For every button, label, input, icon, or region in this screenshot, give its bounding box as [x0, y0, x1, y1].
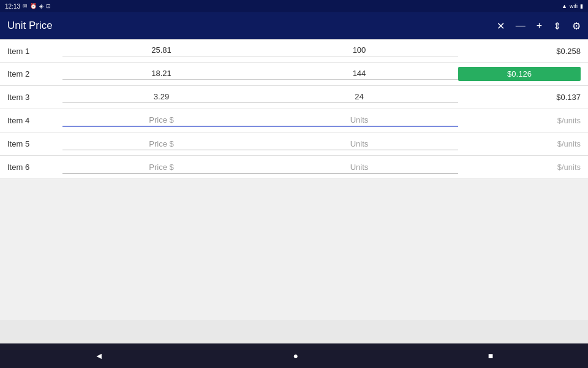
table-row[interactable]: Item 6$/units [0, 156, 588, 179]
add-icon[interactable]: + [537, 20, 542, 31]
result-value: $0.258 [556, 47, 581, 56]
units-cell: 24 [260, 92, 458, 103]
screen-icon: ⊡ [46, 3, 51, 9]
units-cell[interactable] [260, 114, 458, 127]
alarm-icon: ⏰ [30, 3, 37, 9]
result-cell: $/units [458, 139, 581, 148]
units-input[interactable] [260, 161, 458, 174]
price-cell[interactable] [62, 114, 260, 127]
table-row[interactable]: Item 4$/units [0, 109, 588, 132]
signal-icon: ▲ [562, 3, 567, 9]
units-input[interactable] [260, 138, 458, 150]
result-cell: $0.126 [458, 67, 581, 81]
location-icon: ◈ [39, 3, 43, 9]
price-input[interactable] [62, 114, 260, 127]
units-cell: 144 [260, 69, 458, 80]
settings-icon[interactable]: ⚙ [572, 20, 581, 32]
battery-icon: ▮ [580, 3, 583, 9]
close-icon[interactable]: ✕ [497, 20, 505, 32]
units-value: 100 [260, 45, 458, 55]
price-cell[interactable] [62, 161, 260, 174]
highlighted-result-badge: $0.126 [458, 67, 581, 81]
title-bar: Unit Price ✕ — + ⇕ ⚙ [0, 12, 588, 39]
result-value: $0.137 [556, 93, 581, 102]
recent-button[interactable]: ■ [488, 351, 493, 361]
price-cell[interactable] [62, 138, 260, 150]
status-bar: 12:13 ✉ ⏰ ◈ ⊡ ▲ wifi ▮ [0, 0, 588, 12]
units-cell[interactable] [260, 138, 458, 150]
units-cell: 100 [260, 45, 458, 56]
table-row: Item 33.2924$0.137 [0, 86, 588, 109]
item-label: Item 2 [7, 69, 62, 79]
price-input[interactable] [62, 161, 260, 174]
result-cell: $/units [458, 163, 581, 172]
msg-icon: ✉ [23, 3, 28, 9]
price-input[interactable] [62, 138, 260, 150]
result-cell: $0.258 [458, 47, 581, 56]
result-placeholder: $/units [557, 139, 581, 148]
item-label: Item 4 [7, 116, 62, 125]
price-cell: 3.29 [62, 92, 260, 103]
minimize-icon[interactable]: — [516, 20, 526, 31]
bottom-navigation: ◄ ● ■ [0, 343, 588, 368]
item-label: Item 5 [7, 139, 62, 148]
units-value: 144 [260, 69, 458, 78]
status-time: 12:13 [5, 3, 20, 10]
title-bar-icons: ✕ — + ⇕ ⚙ [497, 20, 581, 32]
item-label: Item 3 [7, 93, 62, 102]
units-value: 24 [260, 92, 458, 101]
result-placeholder: $/units [557, 116, 581, 125]
back-button[interactable]: ◄ [95, 351, 104, 361]
page-title: Unit Price [7, 20, 53, 32]
data-table: Item 125.81100$0.258Item 218.21144$0.126… [0, 39, 588, 179]
result-cell: $/units [458, 116, 581, 125]
item-label: Item 1 [7, 47, 62, 56]
table-row[interactable]: Item 5$/units [0, 132, 588, 156]
table-row: Item 125.81100$0.258 [0, 39, 588, 63]
status-bar-right: ▲ wifi ▮ [562, 3, 583, 9]
wifi-icon: wifi [570, 3, 578, 9]
item-label: Item 6 [7, 163, 62, 172]
status-bar-left: 12:13 ✉ ⏰ ◈ ⊡ [5, 3, 51, 10]
units-cell[interactable] [260, 161, 458, 174]
price-cell: 18.21 [62, 69, 260, 80]
price-value: 18.21 [62, 69, 260, 78]
price-value: 3.29 [62, 92, 260, 101]
result-cell: $0.137 [458, 93, 581, 102]
resize-icon[interactable]: ⇕ [553, 20, 561, 32]
price-value: 25.81 [62, 45, 260, 55]
price-cell: 25.81 [62, 45, 260, 56]
units-input[interactable] [260, 114, 458, 127]
result-placeholder: $/units [557, 163, 581, 172]
table-row: Item 218.21144$0.126 [0, 63, 588, 86]
empty-area [0, 179, 588, 320]
home-button[interactable]: ● [293, 351, 298, 361]
